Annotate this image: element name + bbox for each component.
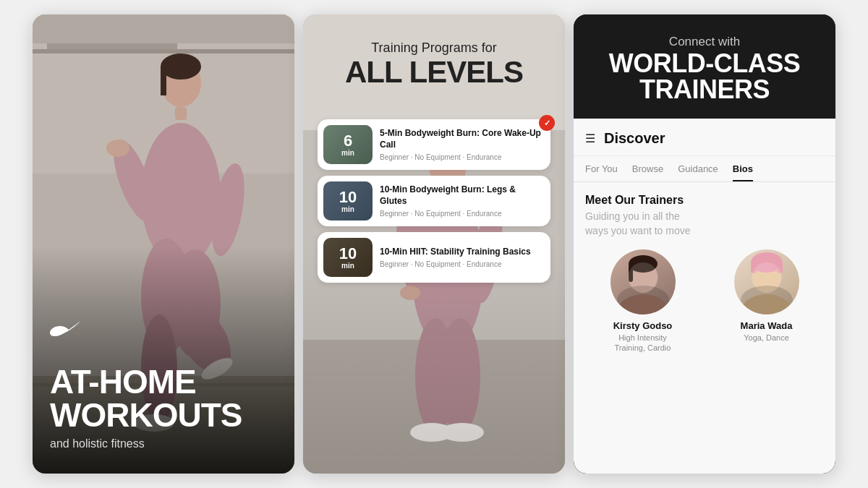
workout-card-2[interactable]: 10 min 10-Min Bodyweight Burn: Legs & Gl… — [318, 176, 550, 226]
workout-card-1[interactable]: 6 min 5-Min Bodyweight Burn: Core Wake-U… — [318, 119, 550, 170]
trainers-grid: Kirsty Godso High Intensity Training, Ca… — [585, 249, 824, 354]
workout-title-3: 10-Min HIIT: Stability Training Basics — [380, 247, 542, 258]
svg-point-32 — [415, 318, 456, 434]
panel2-title: ALL LEVELS — [303, 57, 565, 87]
panel1-subtext: and holistic fitness — [50, 437, 277, 450]
trainer-avatar-2 — [734, 249, 799, 314]
panel2-subtitle: Training Programs for — [303, 40, 565, 56]
workout-tags-2: Beginner · No Equipment · Endurance — [380, 210, 542, 218]
panel2-top-text: Training Programs for ALL LEVELS — [303, 40, 565, 87]
connect-with-text: Connect with — [591, 35, 818, 49]
svg-point-34 — [410, 423, 454, 442]
completed-check-1: ✓ — [539, 115, 555, 131]
trainer-specialty-2: Yoga, Dance — [744, 333, 789, 343]
white-section: ☰ Discover For You Browse Guidance Bios … — [574, 119, 835, 474]
svg-point-42 — [752, 261, 781, 293]
trainer-name-1: Kirsty Godso — [613, 320, 673, 331]
workout-tags-3: Beginner · No Equipment · Endurance — [380, 260, 542, 268]
workout-thumb-1: 6 min — [323, 125, 373, 164]
workout-title-2: 10-Min Bodyweight Burn: Legs & Glutes — [380, 184, 542, 207]
svg-point-37 — [616, 294, 671, 314]
svg-point-39 — [629, 255, 658, 273]
workout-tags-1: Beginner · No Equipment · Endurance — [380, 153, 542, 161]
trainer-avatar-1 — [610, 249, 676, 314]
duration-1: 6 min — [341, 133, 354, 157]
trainers-section: Meet Our Trainers Guiding you in all the… — [574, 182, 835, 354]
hamburger-icon[interactable]: ☰ — [585, 132, 595, 145]
workout-card-3[interactable]: 10 min 10-Min HIIT: Stability Training B… — [318, 232, 550, 283]
section-title: Meet Our Trainers — [585, 194, 824, 207]
discover-bar: ☰ Discover — [574, 119, 835, 156]
panel-trainers: Connect with WORLD-CLASS TRAINERS ☰ Disc… — [574, 14, 835, 474]
svg-rect-45 — [777, 262, 783, 273]
svg-point-31 — [400, 286, 420, 300]
workout-info-2: 10-Min Bodyweight Burn: Legs & Glutes Be… — [373, 184, 542, 217]
workout-info-1: 5-Min Bodyweight Burn: Core Wake-Up Call… — [373, 128, 542, 160]
tab-bios[interactable]: Bios — [733, 156, 753, 181]
tab-guidance[interactable]: Guidance — [678, 156, 718, 181]
trainer-card-1[interactable]: Kirsty Godso High Intensity Training, Ca… — [585, 249, 700, 354]
svg-rect-40 — [629, 264, 633, 282]
panel-athome: AT-HOME WORKOUTS and holistic fitness — [33, 14, 294, 474]
workout-cards-container: 6 min 5-Min Bodyweight Burn: Core Wake-U… — [318, 119, 550, 283]
svg-rect-44 — [751, 262, 757, 273]
svg-point-43 — [751, 252, 783, 273]
workout-info-3: 10-Min HIIT: Stability Training Basics B… — [373, 247, 542, 268]
duration-3: 10 min — [339, 246, 357, 270]
trainer-card-2[interactable]: Maria Wada Yoga, Dance — [709, 249, 824, 354]
svg-point-41 — [739, 294, 794, 314]
nike-logo — [50, 320, 80, 343]
workout-thumb-3: 10 min — [323, 238, 373, 277]
dark-header: Connect with WORLD-CLASS TRAINERS — [574, 14, 835, 119]
discover-title: Discover — [604, 130, 665, 147]
tab-for-you[interactable]: For You — [585, 156, 618, 181]
big-title: WORLD-CLASS TRAINERS — [591, 51, 818, 103]
section-subtitle: Guiding you in all the ways you want to … — [585, 210, 824, 238]
panel1-text-block: AT-HOME WORKOUTS and holistic fitness — [50, 365, 277, 450]
svg-point-33 — [440, 318, 480, 434]
workout-title-1: 5-Min Bodyweight Burn: Core Wake-Up Call — [380, 128, 542, 150]
svg-point-35 — [441, 423, 484, 442]
workout-thumb-2: 10 min — [323, 181, 373, 221]
svg-point-38 — [629, 261, 658, 293]
trainer-specialty-1: High Intensity Training, Cardio — [615, 333, 671, 354]
tab-browse[interactable]: Browse — [632, 156, 663, 181]
duration-2: 10 min — [339, 189, 357, 213]
trainer-name-2: Maria Wada — [741, 320, 793, 331]
panel-training: Training Programs for ALL LEVELS 6 min 5… — [303, 14, 565, 474]
tabs-bar: For You Browse Guidance Bios — [574, 156, 835, 182]
panel1-headline: AT-HOME WORKOUTS — [50, 365, 277, 432]
svg-rect-24 — [303, 340, 565, 474]
